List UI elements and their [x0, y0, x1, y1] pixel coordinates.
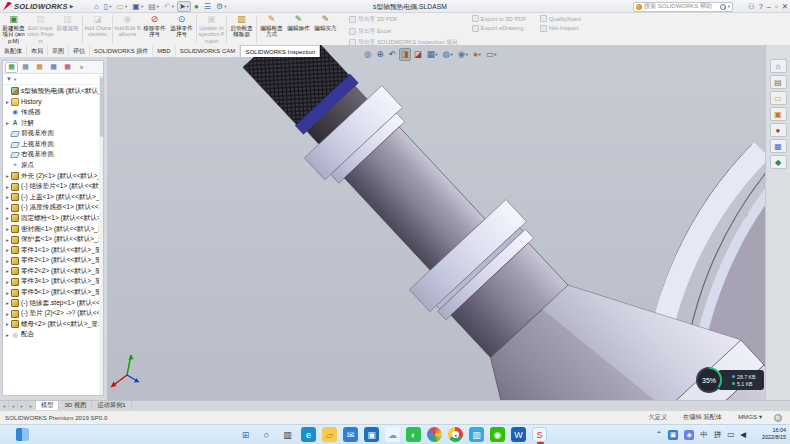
tab-布局[interactable]: 布局 — [27, 45, 48, 57]
panel-tab-configuration-manager[interactable]: ▦ — [33, 62, 46, 73]
minimize-icon[interactable]: – — [767, 0, 771, 13]
custom-properties-icon[interactable]: ▦ — [770, 139, 787, 153]
edit-appearance-icon-caret[interactable]: ▾ — [479, 52, 481, 57]
search-caret-icon[interactable]: ▾ — [728, 4, 730, 9]
tree-expand-icon[interactable]: ▸ — [4, 194, 11, 200]
hide-show-items-icon[interactable]: ◉▾ — [456, 48, 470, 61]
dictionary-icon[interactable]: ▥ — [469, 427, 484, 442]
start-button[interactable]: ⊞ — [238, 427, 253, 442]
tree-item[interactable]: ▸零件5<1> (默认<<默认>_显示状态 — [4, 287, 103, 298]
view-orientation-icon-caret[interactable]: ▾ — [435, 52, 437, 57]
file-explorer-icon[interactable]: ▱ — [322, 427, 337, 442]
weather-icon[interactable]: ☁ — [385, 427, 400, 442]
tree-item[interactable]: ▸History — [4, 97, 103, 108]
appearances-scenes-icon[interactable]: ● — [770, 123, 787, 137]
task-view-button[interactable]: ▥ — [280, 427, 295, 442]
sheet-nav-icon[interactable]: ▸ — [18, 401, 27, 410]
tree-expand-icon[interactable]: ▸ — [4, 300, 11, 306]
design-library-icon[interactable]: ▤ — [770, 75, 787, 89]
new-document-icon[interactable]: ▯▾ — [102, 1, 114, 12]
ribbon-button-编辑检查方式[interactable]: ✎编辑检查方式 — [258, 13, 285, 45]
tree-expand-icon[interactable]: ▸ — [4, 184, 11, 190]
undo-icon-caret[interactable]: ▾ — [172, 4, 174, 9]
home-icon[interactable]: ⌂ — [92, 1, 101, 12]
taskbar-clock[interactable]: 16:04 2022/8/15 — [762, 427, 786, 442]
wechat-icon[interactable]: ◉ — [490, 427, 505, 442]
undo-icon[interactable]: ↶▾ — [162, 1, 176, 12]
sign-in-icon[interactable]: ⚇ — [748, 0, 755, 13]
display-style-icon[interactable]: ◍▾ — [441, 48, 455, 61]
display-style-icon-caret[interactable]: ▾ — [450, 52, 452, 57]
tree-expand-icon[interactable]: ▸ — [4, 258, 11, 264]
graphics-viewport[interactable] — [107, 45, 765, 400]
tree-item[interactable]: ▸零件2<2> (默认<<默认>_显示状态 — [4, 266, 103, 277]
save-icon[interactable]: ▣▾ — [130, 1, 145, 12]
tab-SOLIDWORKS Inspection[interactable]: SOLIDWORKS Inspection — [240, 45, 320, 57]
tree-root[interactable]: s型轴预热电偶 (默认<默认_显示状态-1 — [4, 86, 103, 97]
tree-expand-icon[interactable]: ▸ — [4, 226, 11, 232]
ribbon-button-选择零件序号[interactable]: ⊙选择零件序号 — [168, 13, 195, 45]
tree-item[interactable]: ⌖原点 — [4, 160, 103, 171]
view-settings-icon[interactable]: ▭▾ — [484, 48, 499, 61]
tree-item[interactable]: ▸(-) 绝缘垫片<1> (默认<<默认>_显 — [4, 181, 103, 192]
colorful-browser-icon[interactable] — [427, 427, 442, 442]
speaker-icon[interactable]: ◀ — [740, 430, 746, 439]
view-orientation-icon[interactable]: ▦▾ — [425, 48, 440, 61]
tree-item[interactable]: ▸(-) 垫片 (2)<2> ->? (默认<<默认> — [4, 308, 103, 319]
solidworks-taskbar-icon[interactable]: S — [532, 427, 547, 442]
ribbon-button-启动检查模板器[interactable]: ▥启动检查模板器 — [228, 13, 255, 45]
open-icon-caret[interactable]: ▾ — [125, 4, 127, 9]
tree-item[interactable]: ▸(-) 上盖<1> (默认<<默认>_显示状 — [4, 192, 103, 203]
tree-expand-icon[interactable]: ▸ — [4, 120, 11, 126]
edge-icon[interactable]: e — [301, 427, 316, 442]
close-icon[interactable]: ✕ — [782, 0, 788, 13]
tree-item[interactable]: ▸保护套<1> (默认<<默认>_显示状 — [4, 234, 103, 245]
panel-tab-overflow-icon[interactable]: » — [75, 62, 88, 73]
view-settings-icon-caret[interactable]: ▾ — [494, 52, 496, 57]
tree-item[interactable]: ▸螺母<2> (默认<<默认>_显示状态 — [4, 319, 103, 330]
sheet-nav-icon[interactable]: ◂ — [0, 401, 9, 410]
tree-item[interactable]: ▸零件2<1> (默认<<默认>_显示状态 — [4, 256, 103, 267]
hide-show-items-icon-caret[interactable]: ▾ — [466, 52, 468, 57]
tab-SOLIDWORKS 插件[interactable]: SOLIDWORKS 插件 — [90, 45, 153, 57]
status-globe-icon[interactable] — [774, 414, 782, 422]
tree-item[interactable]: 右视基准面 — [4, 150, 103, 161]
solidworks-logo[interactable]: SOLIDWORKS ▶ — [0, 2, 92, 11]
tree-item[interactable]: ▸固定螺栓<1> (默认<<默认>_显示 — [4, 213, 103, 224]
tree-expand-icon[interactable]: ▸ — [4, 99, 11, 105]
ribbon-button-编辑操作[interactable]: ✎编辑操作 — [285, 13, 312, 45]
store-icon[interactable]: ▣ — [364, 427, 379, 442]
bottom-tab-模型[interactable]: 模型 — [36, 401, 59, 410]
options-icon-caret[interactable]: ▾ — [224, 4, 226, 9]
tree-item[interactable]: 上视基准面 — [4, 139, 103, 150]
tree-item[interactable]: 前视基准面 — [4, 128, 103, 139]
mail-icon[interactable]: ✉ — [343, 427, 358, 442]
tray-chevron-icon[interactable]: ⌃ — [656, 430, 662, 439]
panel-tab-dimxpert-manager[interactable]: ▦ — [47, 62, 60, 73]
panel-tab-display-manager[interactable]: ▦ — [61, 62, 74, 73]
tree-item[interactable]: ▸密封圈<1> (默认<<默认>_显示状 — [4, 224, 103, 235]
view-palette-icon[interactable]: ▣ — [770, 107, 787, 121]
tree-item[interactable]: ▸(-) 绝缘套.step<1> (默认<<默认> — [4, 298, 103, 309]
ribbon-button-新建检查项目 (amp;M)[interactable]: ▣新建检查项目 (amp;M) — [0, 13, 27, 45]
tree-expand-icon[interactable]: ▸ — [4, 173, 11, 179]
tree-expand-icon[interactable]: ▸ — [4, 290, 11, 296]
sheet-nav-icon[interactable]: ▸ — [27, 401, 36, 410]
tree-expand-icon[interactable]: ▸ — [4, 332, 11, 338]
search-button[interactable]: ○ — [259, 427, 274, 442]
monitor-icon[interactable]: ▭ — [727, 430, 734, 439]
print-icon[interactable]: ▤▾ — [146, 1, 161, 12]
tree-scrollbar[interactable] — [99, 75, 103, 395]
tree-expand-icon[interactable]: ▸ — [4, 268, 11, 274]
sheet-nav-icon[interactable]: ◂ — [9, 401, 18, 410]
tree-item[interactable]: ▸A注解 — [4, 118, 103, 129]
net-speed-pill[interactable]: 28.7 KB 5.1 KB — [718, 370, 764, 390]
section-view-icon[interactable]: ◨ — [399, 48, 411, 61]
options-icon[interactable]: ⚙▾ — [214, 1, 228, 12]
tab-草图[interactable]: 草图 — [48, 45, 69, 57]
tab-MBD[interactable]: MBD — [153, 45, 175, 57]
tree-expand-icon[interactable]: ▸ — [4, 247, 11, 253]
tree-expand-icon[interactable]: ▸ — [4, 205, 11, 211]
select-icon-caret[interactable]: ▾ — [187, 4, 189, 9]
zoom-to-area-icon[interactable]: ⊕ — [374, 48, 385, 61]
